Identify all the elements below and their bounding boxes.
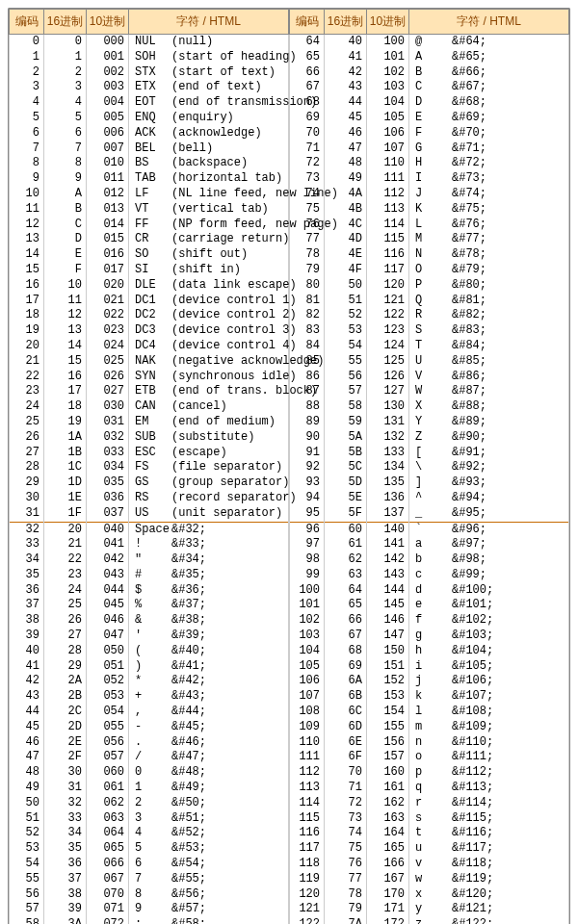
- cell-char: T&#84;: [409, 339, 569, 354]
- cell-char: 9&#57;: [129, 902, 289, 917]
- cell-hex: 7: [44, 141, 87, 157]
- cell-char: 1&#49;: [129, 781, 289, 796]
- char-glyph: h: [415, 645, 452, 658]
- cell-oct: 031: [87, 415, 129, 430]
- cell-hex: 34: [44, 826, 87, 841]
- cell-hex: 21: [44, 537, 87, 552]
- table-row: 99011TAB(horizontal tab): [10, 171, 289, 187]
- cell-hex: 0: [44, 35, 87, 50]
- cell-hex: 59: [325, 415, 367, 430]
- cell-char: +&#43;: [129, 689, 289, 705]
- char-desc: &#50;: [171, 796, 206, 809]
- cell-hex: 52: [325, 308, 367, 323]
- char-glyph: G: [415, 142, 452, 156]
- char-desc: &#116;: [452, 826, 493, 839]
- cell-oct: 021: [87, 294, 129, 309]
- table-row: 1913023DC3(device control 3): [10, 323, 289, 339]
- cell-oct: 112: [367, 187, 409, 202]
- cell-char: I&#73;: [409, 171, 569, 187]
- cell-dec: 121: [290, 902, 325, 917]
- cell-char: r&#114;: [409, 796, 569, 811]
- table-row: 1086C154l&#108;: [290, 705, 569, 720]
- cell-char: /&#47;: [129, 750, 289, 765]
- cell-char: K&#75;: [409, 202, 569, 218]
- col-header-char: 字符 / HTML: [129, 10, 289, 35]
- char-glyph: VT: [135, 203, 171, 217]
- cell-char: DC4(device control 4): [129, 339, 289, 354]
- cell-char: R&#82;: [409, 308, 569, 323]
- char-glyph: H: [415, 157, 452, 170]
- cell-hex: 18: [44, 399, 87, 415]
- cell-dec: 118: [290, 857, 325, 872]
- cell-char: F&#70;: [409, 126, 569, 141]
- cell-hex: 49: [325, 171, 367, 187]
- char-glyph: EM: [135, 416, 171, 429]
- cell-hex: 35: [44, 841, 87, 857]
- cell-oct: 040: [87, 522, 129, 537]
- cell-oct: 170: [367, 887, 409, 903]
- char-desc: &#115;: [452, 811, 493, 825]
- char-desc: &#81;: [452, 294, 486, 307]
- char-desc: &#98;: [452, 552, 486, 566]
- table-row: 955F137_&#95;: [290, 506, 569, 522]
- char-glyph: DLE: [135, 279, 171, 293]
- cell-oct: 052: [87, 674, 129, 689]
- char-glyph: C: [415, 81, 452, 94]
- cell-hex: 36: [44, 857, 87, 872]
- table-row: 3725045%&#37;: [10, 598, 289, 613]
- table-row: 9660140`&#96;: [290, 522, 569, 537]
- cell-oct: 164: [367, 826, 409, 841]
- char-glyph: TAB: [135, 172, 171, 186]
- table-row: 1812022DC2(device control 2): [10, 308, 289, 323]
- cell-hex: 6B: [325, 689, 367, 705]
- cell-dec: 64: [290, 35, 325, 50]
- cell-hex: 1A: [44, 430, 87, 446]
- char-glyph: NAK: [135, 355, 171, 369]
- table-row: 9761141a&#97;: [290, 537, 569, 552]
- cell-hex: 4B: [325, 202, 367, 218]
- cell-hex: 25: [44, 598, 87, 613]
- cell-dec: 14: [10, 247, 44, 263]
- cell-char: 6&#54;: [129, 857, 289, 872]
- col-header-oct: 10进制: [87, 10, 129, 35]
- cell-char: b&#98;: [409, 552, 569, 568]
- cell-hex: 14: [44, 339, 87, 354]
- cell-char: l&#108;: [409, 705, 569, 720]
- table-row: 2014024DC4(device control 4): [10, 339, 289, 354]
- cell-oct: 016: [87, 247, 129, 263]
- table-row: 7147107G&#71;: [290, 141, 569, 157]
- cell-char: O&#79;: [409, 263, 569, 278]
- cell-dec: 24: [10, 399, 44, 415]
- cell-hex: 69: [325, 659, 367, 675]
- cell-dec: 95: [290, 506, 325, 522]
- char-glyph: L: [415, 218, 452, 232]
- char-glyph: 5: [135, 842, 171, 856]
- char-glyph: W: [415, 385, 452, 398]
- cell-oct: 071: [87, 902, 129, 917]
- cell-hex: 1F: [44, 506, 87, 522]
- cell-oct: 006: [87, 126, 129, 141]
- char-desc: &#112;: [452, 765, 493, 779]
- cell-char: C&#67;: [409, 80, 569, 95]
- char-desc: (escape): [171, 446, 227, 459]
- cell-char: ,&#44;: [129, 705, 289, 720]
- cell-hex: 30: [44, 765, 87, 781]
- char-glyph: ]: [415, 476, 452, 490]
- cell-hex: 1B: [44, 446, 87, 461]
- cell-dec: 101: [290, 598, 325, 613]
- cell-dec: 8: [10, 156, 44, 171]
- char-desc: &#97;: [452, 537, 486, 551]
- char-glyph: /: [135, 751, 171, 764]
- char-glyph: D: [415, 96, 452, 110]
- table-row: 00000NUL(null): [10, 35, 289, 50]
- cell-char: ETB(end of trans. block): [129, 384, 289, 399]
- char-desc: &#40;: [171, 644, 206, 657]
- char-desc: &#37;: [171, 598, 206, 611]
- cell-hex: 2F: [44, 750, 87, 765]
- cell-char: :&#58;: [129, 917, 289, 924]
- cell-oct: 035: [87, 475, 129, 491]
- cell-char: G&#71;: [409, 141, 569, 157]
- char-glyph: *: [135, 675, 171, 688]
- char-glyph: FF: [135, 218, 171, 232]
- cell-char: t&#116;: [409, 826, 569, 841]
